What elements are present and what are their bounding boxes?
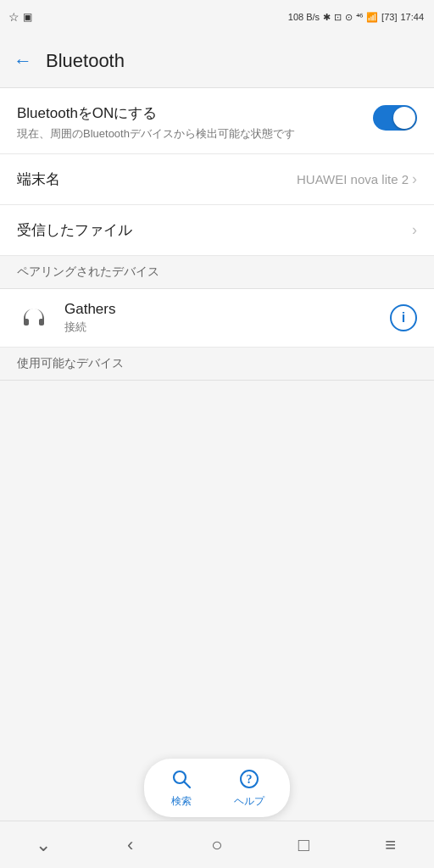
status-right: 108 B/s ✱ ⊡ ⊙ ⁴⁶ 📶 [73] 17:44 <box>288 12 424 23</box>
device-info-button[interactable]: i <box>390 304 417 331</box>
nav-back-button[interactable]: ‹ <box>114 828 147 862</box>
bottom-toolbar: 検索 ? ヘルプ <box>144 759 290 817</box>
signal-bars: 📶 <box>366 12 378 23</box>
status-bar: ☆ ▣ 108 B/s ✱ ⊡ ⊙ ⁴⁶ 📶 [73] 17:44 <box>0 0 434 34</box>
device-name-row[interactable]: 端末名 HUAWEI nova lite 2 › <box>0 154 434 205</box>
search-icon <box>170 767 193 791</box>
search-label: 検索 <box>171 794 192 809</box>
time: 17:44 <box>400 12 424 22</box>
status-notification-icon: ▣ <box>23 11 32 23</box>
network-speed: 108 B/s <box>288 12 320 22</box>
search-button[interactable]: 検索 <box>170 767 193 809</box>
paired-devices-header: ペアリングされたデバイス <box>0 256 434 289</box>
nav-down-button[interactable]: ⌄ <box>26 828 60 862</box>
status-left: ☆ ▣ <box>8 10 32 24</box>
page-title: Bluetooth <box>46 50 125 72</box>
bluetooth-toggle-text: BluetoothをONにする 現在、周囲のBluetoothデバイスから検出可… <box>17 103 373 142</box>
battery: [73] <box>381 12 397 22</box>
nav-menu-button[interactable]: ≡ <box>374 828 408 862</box>
device-name: Gathers <box>64 301 376 318</box>
back-button[interactable]: ← <box>14 50 32 72</box>
svg-line-1 <box>185 782 191 788</box>
nav-home-button[interactable]: ○ <box>200 828 234 862</box>
chevron-icon: › <box>412 170 417 188</box>
received-files-row[interactable]: 受信したファイル › <box>0 205 434 256</box>
device-status: 接続 <box>64 320 376 335</box>
help-icon: ? <box>237 767 261 791</box>
received-files-label: 受信したファイル <box>17 220 132 240</box>
star-icon: ☆ <box>8 10 19 24</box>
toggle-knob <box>393 107 415 129</box>
nav-recent-button[interactable]: □ <box>287 828 320 862</box>
received-files-chevron: › <box>412 221 417 239</box>
bluetooth-toggle-subtitle: 現在、周囲のBluetoothデバイスから検出可能な状態です <box>17 126 363 142</box>
network-type: ⁴⁶ <box>356 12 363 23</box>
settings-icon: ⊙ <box>345 12 353 23</box>
available-devices-header: 使用可能なデバイス <box>0 348 434 381</box>
help-button[interactable]: ? ヘルプ <box>234 767 264 809</box>
device-row-gathers[interactable]: Gathers 接続 i <box>0 289 434 348</box>
help-label: ヘルプ <box>234 794 264 809</box>
bluetooth-toggle-switch[interactable] <box>373 105 417 131</box>
nav-bar: ⌄ ‹ ○ □ ≡ <box>0 821 434 868</box>
bluetooth-icon: ✱ <box>323 12 331 23</box>
device-name-value: HUAWEI nova lite 2 › <box>297 170 417 188</box>
device-info: Gathers 接続 <box>64 301 376 335</box>
page-header: ← Bluetooth <box>0 34 434 88</box>
bluetooth-toggle-title: BluetoothをONにする <box>17 103 363 123</box>
device-name-label: 端末名 <box>17 170 60 189</box>
svg-text:?: ? <box>247 773 253 786</box>
headphone-icon <box>17 301 51 335</box>
bluetooth-toggle-row[interactable]: BluetoothをONにする 現在、周囲のBluetoothデバイスから検出可… <box>0 88 434 154</box>
signal-icon: ⊡ <box>334 12 342 23</box>
